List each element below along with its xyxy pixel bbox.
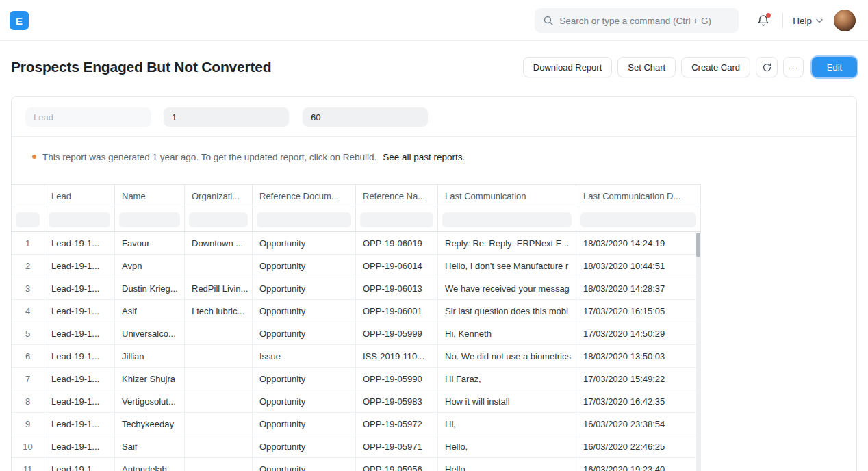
table-cell[interactable]: Opportunity xyxy=(253,277,356,299)
table-cell[interactable]: Hi, xyxy=(438,413,576,435)
table-cell[interactable]: Lead-19-1... xyxy=(44,435,115,457)
table-cell[interactable]: Hello, xyxy=(438,458,576,471)
table-cell[interactable]: 17/03/2020 14:50:29 xyxy=(576,322,701,344)
see-past-reports-link[interactable]: See all past reports. xyxy=(383,152,465,162)
table-cell[interactable]: Lead-19-1... xyxy=(44,368,115,390)
table-cell[interactable] xyxy=(185,390,253,412)
create-card-button[interactable]: Create Card xyxy=(681,57,750,77)
row-number-cell[interactable]: 9 xyxy=(12,413,44,435)
table-cell[interactable]: Asif xyxy=(115,300,185,322)
table-cell[interactable]: Dustin Krieg... xyxy=(115,277,185,299)
row-number-cell[interactable]: 6 xyxy=(12,345,44,367)
table-cell[interactable]: Avpn xyxy=(115,255,185,277)
table-cell[interactable]: RedPill Livin... xyxy=(185,277,253,299)
table-cell[interactable]: Lead-19-1... xyxy=(44,413,115,435)
table-cell[interactable]: 18/03/2020 10:44:51 xyxy=(576,255,701,277)
table-cell[interactable]: Lead-19-1... xyxy=(44,390,115,412)
table-cell[interactable]: Lead-19-1... xyxy=(44,232,115,254)
table-cell[interactable]: OPP-19-06013 xyxy=(356,277,438,299)
table-cell[interactable]: 17/03/2020 16:42:35 xyxy=(576,390,701,412)
table-cell[interactable]: No. We did not use a biometrics xyxy=(438,345,576,367)
table-cell[interactable] xyxy=(185,435,253,457)
table-cell[interactable] xyxy=(185,255,253,277)
table-cell[interactable]: Opportunity xyxy=(253,255,356,277)
table-cell[interactable]: Opportunity xyxy=(253,232,356,254)
column-filter-input[interactable] xyxy=(257,212,351,227)
table-cell[interactable] xyxy=(185,458,253,471)
table-cell[interactable]: 16/03/2020 22:46:25 xyxy=(576,435,701,457)
table-cell[interactable]: We have received your messag xyxy=(438,277,576,299)
table-cell[interactable] xyxy=(185,345,253,367)
table-cell[interactable]: Lead-19-1... xyxy=(44,277,115,299)
table-cell[interactable]: Hello, xyxy=(438,435,576,457)
table-cell[interactable]: Opportunity xyxy=(253,300,356,322)
table-cell[interactable]: OPP-19-06019 xyxy=(356,232,438,254)
row-number-cell[interactable]: 8 xyxy=(12,390,44,412)
column-header-last-communication[interactable]: Last Communication xyxy=(438,185,576,207)
row-number-cell[interactable]: 2 xyxy=(12,255,44,277)
table-cell[interactable] xyxy=(185,368,253,390)
column-header-organization[interactable]: Organizati... xyxy=(185,185,253,207)
search-input[interactable] xyxy=(559,16,730,26)
column-header-reference-name[interactable]: Reference Na... xyxy=(356,185,438,207)
table-cell[interactable]: Opportunity xyxy=(253,435,356,457)
table-cell[interactable]: 16/03/2020 23:38:54 xyxy=(576,413,701,435)
notifications-button[interactable] xyxy=(756,14,770,27)
table-cell[interactable]: Reply: Re: Reply: ERPNext E... xyxy=(438,232,576,254)
table-cell[interactable]: Khizer Shujra xyxy=(115,368,185,390)
column-filter-input[interactable] xyxy=(119,212,180,227)
row-number-cell[interactable]: 10 xyxy=(12,435,44,457)
table-scrollbar-thumb[interactable] xyxy=(696,233,700,257)
table-cell[interactable]: Saif xyxy=(115,435,185,457)
row-number-cell[interactable]: 3 xyxy=(12,277,44,299)
table-cell[interactable]: 17/03/2020 15:49:22 xyxy=(576,368,701,390)
table-cell[interactable]: I tech lubric... xyxy=(185,300,253,322)
column-header-last-communication-date[interactable]: Last Communication D... xyxy=(576,185,701,207)
column-header-name[interactable]: Name xyxy=(115,185,185,207)
row-number-cell[interactable]: 11 xyxy=(12,458,44,471)
row-number-cell[interactable]: 1 xyxy=(12,232,44,254)
table-cell[interactable]: 16/03/2020 19:23:40 xyxy=(576,458,701,471)
download-report-button[interactable]: Download Report xyxy=(523,57,612,77)
table-cell[interactable]: Opportunity xyxy=(253,413,356,435)
table-cell[interactable]: Techykeeday xyxy=(115,413,185,435)
table-cell[interactable]: OPP-19-05999 xyxy=(356,322,438,344)
row-number-cell[interactable]: 4 xyxy=(12,300,44,322)
row-number-cell[interactable]: 7 xyxy=(12,368,44,390)
column-header-reference-document[interactable]: Reference Docum... xyxy=(253,185,356,207)
column-filter-input[interactable] xyxy=(16,212,40,227)
user-avatar[interactable] xyxy=(834,10,856,31)
refresh-button[interactable] xyxy=(756,57,778,77)
app-logo[interactable]: E xyxy=(10,11,29,30)
table-cell[interactable]: OPP-19-05990 xyxy=(356,368,438,390)
more-options-button[interactable]: ··· xyxy=(783,57,804,77)
table-cell[interactable]: OPP-19-06001 xyxy=(356,300,438,322)
table-cell[interactable]: Vertigosolut... xyxy=(115,390,185,412)
table-cell[interactable] xyxy=(185,413,253,435)
column-filter-input[interactable] xyxy=(49,212,110,227)
set-chart-button[interactable]: Set Chart xyxy=(617,57,676,77)
table-cell[interactable]: Lead-19-1... xyxy=(44,322,115,344)
table-cell[interactable] xyxy=(185,322,253,344)
table-cell[interactable]: How it will install xyxy=(438,390,576,412)
table-cell[interactable]: Lead-19-1... xyxy=(44,458,115,471)
table-cell[interactable]: Antondelab... xyxy=(115,458,185,471)
table-cell[interactable]: Lead-19-1... xyxy=(44,255,115,277)
table-cell[interactable]: Hi, Kenneth xyxy=(438,322,576,344)
table-cell[interactable]: Issue xyxy=(253,345,356,367)
table-cell[interactable]: Hello, I don't see Manufacture r xyxy=(438,255,576,277)
column-filter-input[interactable] xyxy=(580,212,696,227)
help-menu[interactable]: Help xyxy=(793,16,823,26)
filter-value-1-input[interactable] xyxy=(164,107,289,127)
column-header-lead[interactable]: Lead xyxy=(44,185,115,207)
global-search[interactable] xyxy=(535,8,739,33)
table-cell[interactable]: Opportunity xyxy=(253,322,356,344)
column-filter-input[interactable] xyxy=(360,212,433,227)
table-cell[interactable]: OPP-19-05971 xyxy=(356,435,438,457)
filter-value-2-input[interactable] xyxy=(303,107,428,127)
table-cell[interactable]: OPP-19-06014 xyxy=(356,255,438,277)
table-cell[interactable]: OPP-19-05972 xyxy=(356,413,438,435)
table-cell[interactable]: Lead-19-1... xyxy=(44,345,115,367)
table-cell[interactable]: Downtown ... xyxy=(185,232,253,254)
table-scrollbar[interactable] xyxy=(696,233,700,471)
